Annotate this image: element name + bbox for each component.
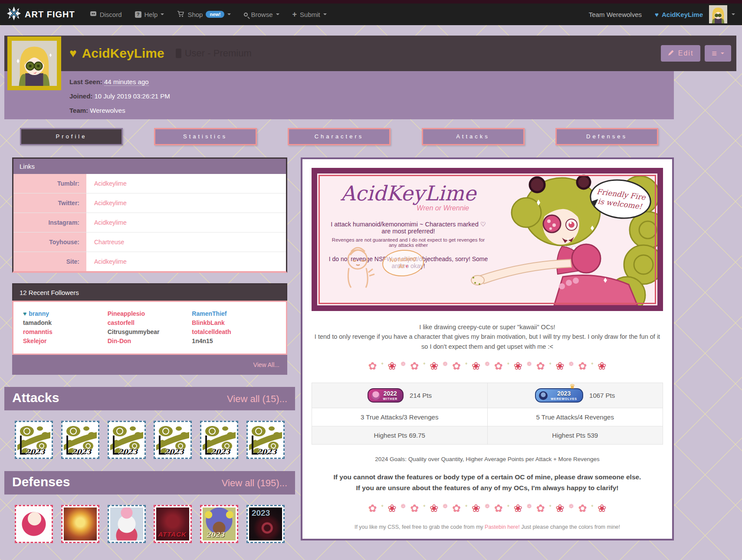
tab-defenses[interactable]: Defenses: [555, 128, 658, 145]
link-value[interactable]: Acidkeylime: [86, 213, 286, 232]
followers-column: ♥branny tamadonk romanntis Skelejor: [23, 308, 108, 347]
follower-link[interactable]: 1n4n15: [192, 337, 276, 344]
defense-thumbnail[interactable]: [108, 505, 146, 543]
heart-icon: ♥: [69, 46, 77, 60]
attack-thumbnail[interactable]: 2023: [61, 421, 99, 459]
tab-attacks[interactable]: Attacks: [422, 128, 525, 145]
link-value[interactable]: Acidkeylime: [86, 252, 286, 271]
profile-art-card: AcidKeyLime Wren or Wrennie I attack hum…: [312, 168, 663, 311]
followers-column: Pineapplesio castorfell Citrusgummybear …: [108, 308, 192, 347]
crown-icon: ♛: [570, 383, 575, 390]
stats-cell: Highest Pts 69.75: [312, 426, 488, 445]
artfight-logo-icon: [7, 7, 21, 22]
stamp-year-label: 2023: [118, 448, 138, 456]
stats-row-attacks: 3 True Attacks/3 Revenges 5 True Attacks…: [312, 408, 663, 426]
plus-icon: +: [292, 10, 297, 18]
nav-user-link[interactable]: ♥ AcidKeyLime: [655, 11, 703, 18]
view-all-attacks-link[interactable]: View all (15)...: [227, 393, 287, 405]
wolf-icon: [539, 391, 548, 400]
nav-help[interactable]: ? Help: [135, 11, 164, 18]
link-value[interactable]: Acidkeylime: [86, 174, 286, 193]
artfight-logo[interactable]: ART FIGHT: [7, 7, 75, 22]
doodle-sketch: [338, 242, 381, 290]
top-accent-strip: [0, 0, 742, 3]
left-column: Links Tumblr: Acidkeylime Twitter: Acidk…: [4, 157, 295, 543]
about-line: I tend to only revenge if you have a cha…: [312, 332, 663, 351]
card-rule-line: I attack humanoid/kemonomimi ~ Character…: [328, 221, 489, 235]
badge-icon: [176, 49, 181, 58]
chevron-down-icon: [276, 13, 279, 17]
chevron-down-icon: [227, 13, 231, 17]
defense-thumbnail[interactable]: [61, 505, 99, 543]
follower-link[interactable]: Citrusgummybear: [108, 328, 192, 335]
joined-label: Joined:: [69, 92, 92, 100]
follower-link[interactable]: romanntis: [23, 328, 108, 335]
footer-text: If you like my CSS, feel free to grab th…: [355, 524, 485, 530]
edit-button[interactable]: Edit: [661, 45, 701, 62]
attack-thumbnail[interactable]: 2023: [108, 421, 146, 459]
card-subtitle: Wren or Wrennie: [328, 204, 489, 212]
follower-link[interactable]: RamenThief: [192, 310, 276, 317]
tab-profile[interactable]: Profile: [20, 128, 123, 145]
attack-thumbnail[interactable]: 2023: [246, 421, 285, 459]
notice-text: If you cannot draw the features or body …: [312, 472, 663, 494]
link-value[interactable]: Chartreuse: [86, 233, 286, 252]
chevron-down-icon: [721, 52, 724, 56]
attack-thumbnail[interactable]: 2023: [15, 421, 53, 459]
nav-discord[interactable]: Discord: [90, 10, 122, 19]
defense-thumbnail[interactable]: 2023: [246, 505, 285, 543]
joined-line: Joined: 10 July 2019 03:26:21 PM: [69, 92, 674, 100]
follower-link[interactable]: BlinkbLank: [192, 319, 276, 326]
chevron-down-icon[interactable]: [732, 13, 735, 17]
follower-link[interactable]: ♥branny: [23, 310, 108, 317]
links-card: Links Tumblr: Acidkeylime Twitter: Acidk…: [12, 157, 287, 273]
attack-thumbnail[interactable]: 2023: [200, 421, 238, 459]
attacks-section-header: Attacks View all (15)...: [4, 387, 295, 410]
team-badge-2022-wither: 2022WITHER: [368, 388, 404, 403]
defense-thumbnail[interactable]: [15, 505, 53, 543]
about-line: I like drawing creepy-cute or super "kaw…: [312, 322, 663, 332]
mushroom-icon: [371, 391, 380, 400]
link-row-instagram: Instagram: Acidkeylime: [13, 213, 286, 233]
nav-username: AcidKeyLime: [662, 11, 703, 18]
nav-shop[interactable]: Shop new!: [177, 10, 231, 19]
nav-avatar[interactable]: [709, 5, 727, 23]
link-row-site: Site: Acidkeylime: [13, 252, 286, 271]
pastebin-link[interactable]: Pastebin here!: [485, 524, 520, 530]
nav-team-link[interactable]: Team Werewolves: [589, 11, 642, 18]
link-row-tumblr: Tumblr: Acidkeylime: [13, 174, 286, 193]
stamp-year-label: 2023: [72, 448, 92, 456]
defense-thumbnail[interactable]: ATTACK: [154, 505, 192, 543]
heart-icon: ♥: [655, 11, 659, 18]
profile-username: AcidKeyLime: [82, 46, 164, 61]
profile-tabs: Profile Statistics Characters Attacks De…: [4, 128, 674, 145]
link-value[interactable]: Acidkeylime: [86, 193, 286, 213]
panel-footer: If you like my CSS, feel free to grab th…: [312, 524, 663, 530]
profile-info-panel: Last Seen: 44 minutes ago Joined: 10 Jul…: [4, 71, 674, 119]
nav-browse[interactable]: Browse: [244, 11, 279, 18]
notice-line: If you are unsure about the features of …: [312, 483, 663, 494]
followers-card: 12 Recent Followers ♥branny tamadonk rom…: [12, 283, 287, 375]
discord-icon: [90, 10, 97, 19]
follower-link[interactable]: Skelejor: [23, 337, 108, 344]
follower-link[interactable]: Din-Don: [108, 337, 192, 344]
flower-divider: ✿°❀❁✿°❀❁✿°❀❁✿°❀❁✿°❀❁✿°❀: [312, 360, 663, 372]
tab-statistics[interactable]: Statistics: [154, 128, 257, 145]
defense-thumbnail[interactable]: 2023: [200, 505, 238, 543]
view-all-followers-link[interactable]: View All...: [253, 361, 279, 368]
view-all-defenses-link[interactable]: View all (195)...: [222, 478, 287, 489]
profile-avatar: [7, 36, 61, 90]
attack-thumbnail[interactable]: 2023: [154, 421, 192, 459]
follower-link[interactable]: tamadonk: [23, 319, 108, 326]
followers-body: ♥branny tamadonk romanntis Skelejor Pine…: [12, 301, 287, 355]
stamp-year-label: 2023: [164, 448, 184, 456]
follower-link[interactable]: castorfell: [108, 319, 192, 326]
header-menu-button[interactable]: ≡: [705, 45, 731, 62]
follower-link[interactable]: Pineapplesio: [108, 310, 192, 317]
nav-submit[interactable]: + Submit: [292, 10, 327, 18]
stamp-year-label: 2023: [26, 448, 45, 456]
follower-link[interactable]: totalcelldeath: [192, 328, 276, 335]
card-title: AcidKeyLime: [328, 183, 489, 203]
stats-cell: Highest Pts 539: [487, 426, 663, 445]
tab-characters[interactable]: Characters: [288, 128, 391, 145]
